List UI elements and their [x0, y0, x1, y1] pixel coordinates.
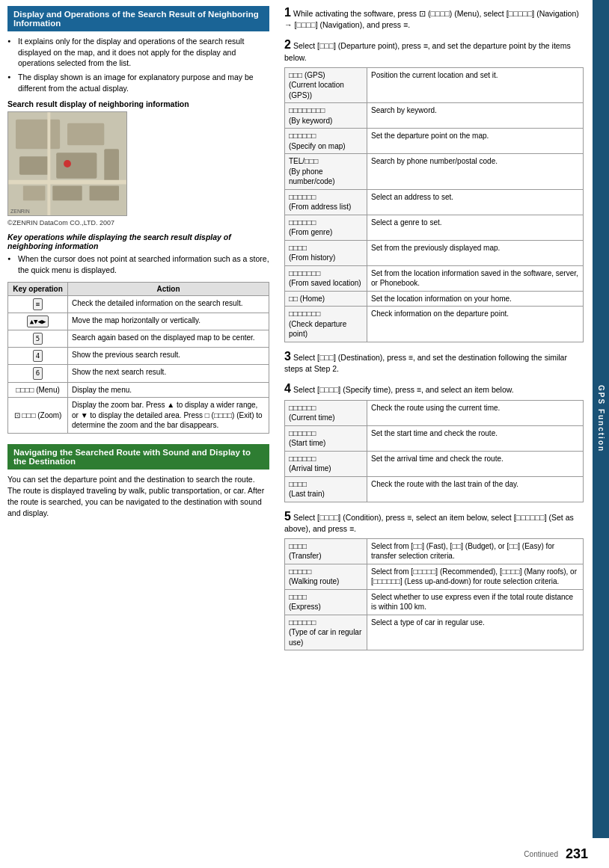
- svg-rect-8: [23, 186, 46, 201]
- key-operation-table: Key operation Action ≡ Check the detaile…: [7, 282, 269, 434]
- section2-header: Navigating the Searched Route with Sound…: [7, 444, 269, 470]
- gps-function-bar: GPS Function: [593, 0, 609, 838]
- table-cell: Set from the previously displayed map.: [367, 240, 584, 265]
- gps-function-label: GPS Function: [597, 385, 605, 452]
- step-4: 4 Select [□□□□] (Specify time), press ≡,…: [284, 382, 584, 502]
- table-cell: Set the start time and check the route.: [367, 425, 584, 451]
- table-row: □□□□(From history) Set from the previous…: [285, 240, 584, 265]
- table-row: □□□□(Transfer) Select from [□□] (Fast), …: [285, 538, 584, 564]
- bullet-2: The display shown is an image for explan…: [7, 72, 269, 93]
- bullets-list-1: It explains only for the display and ope…: [7, 36, 269, 93]
- table-row: TEL/□□□(By phone number/code) Search by …: [285, 154, 584, 190]
- table-row: □□□□□□□(Check departure point) Check inf…: [285, 307, 584, 342]
- bold-italic-title: Key operations while displaying the sear…: [7, 233, 269, 250]
- table-cell: Search by keyword.: [367, 103, 584, 129]
- key-row-3: 5 Search again based on the displayed ma…: [8, 330, 269, 348]
- table-row: □□□□□□(Specify on map) Set the departure…: [285, 129, 584, 154]
- step-3-text: Select [□□□] (Destination), press ≡, and…: [284, 353, 567, 373]
- table-cell: □□□□□□□□(By keyword): [285, 103, 367, 129]
- table-cell: □□□□(Transfer): [285, 538, 367, 564]
- svg-rect-5: [104, 150, 119, 182]
- key-cell-1: ≡: [8, 295, 68, 313]
- step-4-text: Select [□□□□] (Specify time), press ≡, a…: [293, 385, 514, 394]
- step-1: 1 While activating the software, press ⊡…: [284, 6, 584, 31]
- table-cell: □□□□□□□(Check departure point): [285, 307, 367, 342]
- action-cell-4: Show the previous search result.: [68, 348, 269, 365]
- table-row: □□□□□□□(From saved location) Set from th…: [285, 265, 584, 291]
- bullet-1: It explains only for the display and ope…: [7, 36, 269, 69]
- section2-header-text: Navigating the Searched Route with Sound…: [13, 448, 251, 466]
- table-cell: □□□□□□(From genre): [285, 215, 367, 240]
- action-cell-3: Search again based on the displayed map …: [68, 330, 269, 348]
- section1-header-text: Display and Operations of the Search Res…: [13, 10, 259, 28]
- key-table-header-action: Action: [68, 282, 269, 295]
- step-1-text: While activating the software, press ⊡ (…: [284, 9, 579, 29]
- table-cell: □□□□□(Walking route): [285, 564, 367, 589]
- step-1-number: 1: [284, 6, 291, 19]
- svg-rect-3: [19, 157, 49, 176]
- svg-rect-4: [56, 153, 97, 179]
- table-cell: Select whether to use express even if th…: [367, 589, 584, 615]
- step-3: 3 Select [□□□] (Destination), press ≡, a…: [284, 350, 584, 375]
- table-row: □□□□(Express) Select whether to use expr…: [285, 589, 584, 615]
- key-table-header-key: Key operation: [8, 282, 68, 295]
- svg-rect-10: [90, 186, 119, 201]
- table-row: □□□□□□(Arrival time) Set the arrival tim…: [285, 451, 584, 476]
- table-row: □□□□□□(From address list) Select an addr…: [285, 189, 584, 215]
- table-cell: □□□□□□(Type of car in regular use): [285, 615, 367, 650]
- svg-text:ZENRIN: ZENRIN: [10, 209, 30, 214]
- table-cell: □□□□(Last train): [285, 476, 367, 502]
- table-cell: □□□□□□□(From saved location): [285, 265, 367, 291]
- bullet-3: When the cursor does not point at search…: [7, 253, 269, 275]
- svg-point-11: [64, 161, 71, 168]
- copyright: ©ZENRIN DataCom CO.,LTD. 2007: [7, 219, 269, 227]
- step-5-number: 5: [284, 510, 291, 523]
- map-image: ZENRIN: [7, 111, 127, 216]
- table-row: □□□□□□(Current time) Check the route usi…: [285, 400, 584, 425]
- table-cell: □□□□(Express): [285, 589, 367, 615]
- table-cell: Set from the location information saved …: [367, 265, 584, 291]
- svg-rect-9: [52, 186, 82, 201]
- action-cell-7: Display the zoom bar. Press ▲ to display…: [68, 398, 269, 434]
- step-4-header: 4 Select [□□□□] (Specify time), press ≡,…: [284, 382, 584, 395]
- key-cell-5: 6: [8, 365, 68, 382]
- table-cell: Set the arrival time and check the route…: [367, 451, 584, 476]
- table-row: □□□□□□(Start time) Set the start time an…: [285, 425, 584, 451]
- key-cell-6: □□□□ (Menu): [8, 382, 68, 398]
- table-cell: Search by phone number/postal code.: [367, 154, 584, 190]
- table-cell: □□□□□□(Current time): [285, 400, 367, 425]
- step-3-header: 3 Select [□□□] (Destination), press ≡, a…: [284, 350, 584, 375]
- bullets-list-2: When the cursor does not point at search…: [7, 253, 269, 275]
- continued-text: Continued: [524, 850, 558, 858]
- table-cell: Set the departure point on the map.: [367, 129, 584, 154]
- step-5: 5 Select [□□□□] (Condition), press ≡, se…: [284, 510, 584, 651]
- step-2: 2 Select [□□□] (Departure point), press …: [284, 38, 584, 342]
- table-row: □□□□□□□□(By keyword) Search by keyword.: [285, 103, 584, 129]
- step-5-header: 5 Select [□□□□] (Condition), press ≡, se…: [284, 510, 584, 535]
- table-cell: Position the current location and set it…: [367, 67, 584, 103]
- table-row: □□□□(Last train) Check the route with th…: [285, 476, 584, 502]
- table-cell: □□ (Home): [285, 291, 367, 307]
- action-cell-5: Show the next search result.: [68, 365, 269, 382]
- table-cell: Select from [□□] (Fast), [□□] (Budget), …: [367, 538, 584, 564]
- table-row: □□□□□□(Type of car in regular use) Selec…: [285, 615, 584, 650]
- key-row-5: 6 Show the next search result.: [8, 365, 269, 382]
- key-cell-7: ⊡ □□□ (Zoom): [8, 398, 68, 434]
- right-wrapper: GPS Function 1 While activating the soft…: [277, 0, 609, 868]
- table-cell: Check the route using the current time.: [367, 400, 584, 425]
- table-cell: Check the route with the last train of t…: [367, 476, 584, 502]
- left-column: Display and Operations of the Search Res…: [0, 0, 277, 868]
- table-cell: TEL/□□□(By phone number/code): [285, 154, 367, 190]
- key-row-4: 4 Show the previous search result.: [8, 348, 269, 365]
- svg-rect-2: [67, 123, 104, 146]
- step-2-number: 2: [284, 38, 291, 51]
- table-row: □□□□□□(From genre) Select a genre to set…: [285, 215, 584, 240]
- step-5-text: Select [□□□□] (Condition), press ≡, sele…: [284, 513, 574, 533]
- table-cell: Select an address to set.: [367, 189, 584, 215]
- step-1-header: 1 While activating the software, press ⊡…: [284, 6, 584, 31]
- key-row-1: ≡ Check the detailed information on the …: [8, 295, 269, 313]
- step-3-number: 3: [284, 350, 291, 363]
- page-footer: Continued 231: [524, 846, 588, 862]
- table-cell: □□□□□□(Start time): [285, 425, 367, 451]
- step-4-table: □□□□□□(Current time) Check the route usi…: [284, 400, 584, 502]
